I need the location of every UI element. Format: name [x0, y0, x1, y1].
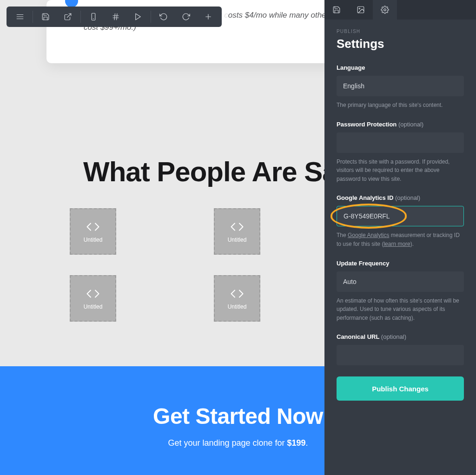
language-helper: The primary language of this site's cont… [337, 101, 464, 110]
svg-line-9 [117, 13, 118, 20]
analytics-label: Google Analytics ID (optional) [337, 194, 464, 201]
open-link-button[interactable] [57, 7, 79, 27]
update-select[interactable]: Auto [337, 271, 464, 292]
update-helper: An estimate of how often this site's con… [337, 297, 464, 323]
toolbar-separator [33, 11, 33, 23]
panel-nav [448, 25, 468, 33]
svg-marker-10 [136, 13, 141, 20]
embed-placeholder[interactable]: Untitled [214, 208, 260, 255]
ga-link[interactable]: Google Analytics [348, 232, 389, 238]
redo-button[interactable] [175, 7, 197, 27]
panel-overline: PUBLISH [337, 29, 464, 34]
chevron-down-icon [451, 277, 457, 285]
tab-image[interactable] [349, 0, 373, 20]
svg-line-8 [114, 13, 115, 20]
svg-line-17 [463, 27, 466, 30]
embed-placeholder[interactable]: Untitled [70, 208, 116, 255]
analytics-helper: The Google Analytics measurement or trac… [337, 231, 464, 248]
undo-button[interactable] [153, 7, 174, 27]
chevron-down-icon [451, 82, 457, 90]
save-button[interactable] [35, 7, 56, 27]
panel-back-button[interactable] [448, 25, 455, 33]
tab-save[interactable] [324, 0, 349, 20]
add-button[interactable] [198, 7, 219, 27]
mobile-preview-button[interactable] [83, 7, 104, 27]
grid-button[interactable] [105, 7, 126, 27]
publish-button[interactable]: Publish Changes [337, 376, 464, 401]
svg-line-3 [67, 13, 71, 17]
settings-panel: PUBLISH Settings Language English The pr… [324, 0, 476, 475]
toolbar-separator [80, 11, 81, 23]
svg-line-16 [463, 27, 466, 30]
canonical-label: Canonical URL (optional) [337, 333, 464, 340]
update-label: Update Frequency [337, 260, 464, 267]
learn-more-link[interactable]: learn more [383, 241, 410, 247]
top-toolbar [7, 7, 222, 27]
preview-button[interactable] [127, 7, 149, 27]
password-helper: Protects this site with a password. If p… [337, 158, 464, 184]
tab-settings[interactable] [373, 0, 397, 20]
menu-button[interactable] [9, 7, 31, 27]
embed-placeholder[interactable]: Untitled [214, 275, 260, 322]
embed-placeholder[interactable]: Untitled [70, 275, 116, 322]
language-label: Language [337, 64, 464, 71]
panel-close-button[interactable] [461, 25, 468, 33]
svg-rect-4 [92, 13, 95, 20]
svg-point-14 [359, 8, 360, 9]
toolbar-separator [151, 11, 151, 23]
password-label: Password Protection (optional) [337, 121, 464, 128]
language-select[interactable]: English [337, 76, 464, 96]
panel-title: Settings [337, 37, 464, 51]
side-tabs [324, 0, 476, 20]
password-input[interactable] [337, 132, 464, 153]
svg-point-15 [384, 9, 386, 11]
analytics-input[interactable] [337, 206, 464, 226]
canonical-input[interactable] [337, 345, 464, 365]
